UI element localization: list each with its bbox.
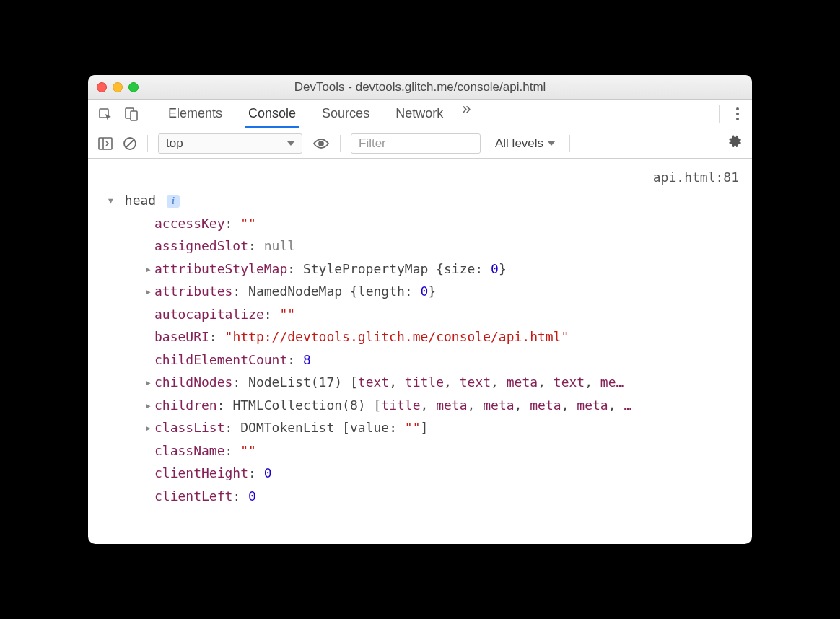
log-levels-selector[interactable]: All levels [491, 136, 559, 151]
execution-context-selector[interactable]: top [158, 133, 302, 154]
svg-point-7 [319, 141, 323, 146]
property-row[interactable]: baseURI: "http://devtools.glitch.me/cons… [146, 325, 745, 348]
property-row[interactable]: attributes: NamedNodeMap {length: 0} [146, 280, 745, 303]
property-row[interactable]: className: "" [146, 439, 745, 462]
chevron-right-icon[interactable] [146, 394, 153, 417]
close-window-button[interactable] [97, 82, 107, 92]
tab-sources[interactable]: Sources [309, 100, 382, 128]
svg-rect-2 [131, 111, 137, 120]
property-row[interactable]: attributeStyleMap: StylePropertyMap {siz… [146, 258, 745, 281]
device-toolbar-icon[interactable] [124, 107, 139, 121]
context-value: top [166, 136, 183, 151]
console-settings-icon[interactable] [727, 134, 742, 152]
info-icon[interactable]: i [167, 195, 180, 208]
inspect-element-icon[interactable] [98, 107, 113, 121]
property-row[interactable]: clientLeft: 0 [146, 485, 745, 508]
chevron-right-icon[interactable] [146, 371, 153, 394]
window-title: DevTools - devtools.glitch.me/console/ap… [88, 80, 752, 95]
chevron-right-icon[interactable] [146, 280, 153, 303]
tabs-overflow-button[interactable]: » [456, 100, 476, 128]
property-row[interactable]: accessKey: "" [146, 212, 745, 235]
chevron-down-icon[interactable] [108, 189, 115, 212]
tree-root-row[interactable]: head i [108, 189, 745, 212]
separator [340, 135, 341, 152]
property-row[interactable]: childNodes: NodeList(17) [text, title, t… [146, 371, 745, 394]
property-row[interactable]: autocapitalize: "" [146, 303, 745, 326]
minimize-window-button[interactable] [113, 82, 123, 92]
clear-console-icon[interactable] [123, 136, 137, 151]
more-options-button[interactable] [733, 107, 742, 120]
property-row[interactable]: clientHeight: 0 [146, 462, 745, 485]
object-tree: head i accessKey: "" assignedSlot: null … [108, 189, 745, 507]
filter-input[interactable] [351, 133, 481, 154]
property-row[interactable]: childElementCount: 8 [146, 348, 745, 372]
tab-console[interactable]: Console [235, 100, 309, 128]
separator [147, 135, 148, 152]
chevron-right-icon[interactable] [146, 416, 153, 439]
sidebar-toggle-icon[interactable] [98, 137, 113, 150]
source-link[interactable]: api.html:81 [653, 166, 739, 189]
svg-rect-3 [99, 138, 112, 149]
separator [569, 135, 570, 152]
tab-elements[interactable]: Elements [155, 100, 235, 128]
svg-line-6 [126, 140, 134, 147]
chevron-right-icon[interactable] [146, 258, 153, 281]
console-output: api.html:81 head i accessKey: "" assigne… [88, 159, 752, 544]
titlebar: DevTools - devtools.glitch.me/console/ap… [88, 75, 752, 100]
property-row[interactable]: assignedSlot: null [146, 234, 745, 258]
separator [719, 105, 720, 123]
property-row[interactable]: classList: DOMTokenList [value: ""] [146, 416, 745, 439]
live-expression-icon[interactable] [312, 138, 330, 149]
tabbar: Elements Console Sources Network » [88, 100, 752, 128]
console-toolbar: top All levels [88, 128, 752, 159]
traffic-lights [97, 82, 139, 92]
tab-network[interactable]: Network [382, 100, 456, 128]
zoom-window-button[interactable] [128, 82, 139, 92]
devtools-window: DevTools - devtools.glitch.me/console/ap… [88, 75, 752, 544]
property-row[interactable]: children: HTMLCollection(8) [title, meta… [146, 394, 745, 417]
